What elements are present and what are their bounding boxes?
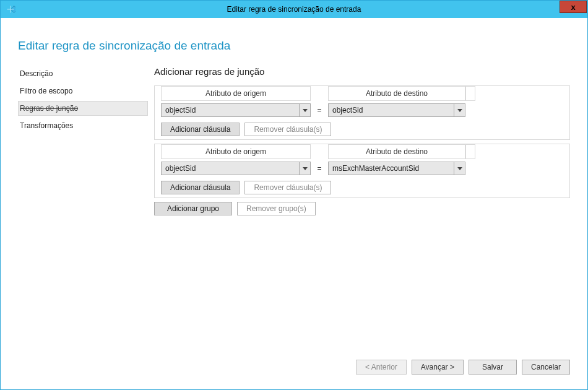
dropdown-value: msExchMasterAccountSid: [329, 164, 454, 173]
page-heading: Editar regra de sincronização de entrada: [18, 39, 587, 53]
window: Editar regra de sincronização de entrada…: [0, 0, 588, 390]
equals-label: =: [311, 106, 328, 115]
wizard-footer: < Anterior Avançar > Salvar Cancelar: [1, 360, 587, 383]
sidebar-item-join-rules[interactable]: Regras de junção: [18, 101, 148, 116]
chevron-down-icon: [454, 104, 465, 116]
remove-clause-button[interactable]: Remover cláusula(s): [244, 181, 331, 194]
button-label: Adicionar cláusula: [170, 183, 230, 192]
sidebar: Descrição Filtro de escopo Regras de jun…: [18, 66, 148, 360]
join-group: Atributo de origem Atributo de destino o…: [154, 144, 570, 198]
body-row: Descrição Filtro de escopo Regras de jun…: [1, 66, 587, 360]
save-button[interactable]: Salvar: [469, 360, 517, 375]
cancel-button[interactable]: Cancelar: [522, 360, 570, 375]
sidebar-item-label: Regras de junção: [20, 104, 78, 113]
source-attribute-dropdown[interactable]: objectSid: [161, 162, 311, 175]
button-label: Remover grupo(s): [246, 204, 306, 213]
column-header-spacer: [311, 86, 328, 101]
button-label: Salvar: [482, 363, 503, 371]
group-buttons: Adicionar grupo Remover grupo(s): [154, 202, 570, 215]
button-label: Adicionar cláusula: [170, 125, 230, 134]
clause-buttons: Adicionar cláusula Remover cláusula(s): [155, 178, 569, 197]
clause-buttons: Adicionar cláusula Remover cláusula(s): [155, 119, 569, 139]
column-header-target: Atributo de destino: [328, 144, 465, 159]
chevron-down-icon: [454, 162, 465, 175]
target-attribute-dropdown[interactable]: msExchMasterAccountSid: [328, 162, 465, 175]
window-title: Editar regra de sincronização de entrada: [1, 5, 587, 14]
columns-header: Atributo de origem Atributo de destino: [155, 86, 569, 101]
dropdown-value: objectSid: [329, 106, 454, 115]
dropdown-value: objectSid: [162, 164, 299, 173]
next-button[interactable]: Avançar >: [412, 360, 464, 375]
dropdown-value: objectSid: [162, 106, 299, 115]
sidebar-item-label: Filtro de escopo: [20, 87, 72, 95]
remove-group-button[interactable]: Remover grupo(s): [237, 202, 316, 215]
source-attribute-dropdown[interactable]: objectSid: [161, 103, 311, 117]
close-button[interactable]: x: [560, 1, 587, 13]
column-header-spacer: [311, 144, 328, 159]
button-label: Remover cláusula(s): [254, 125, 322, 134]
column-header-target: Atributo de destino: [328, 86, 465, 101]
app-icon: [6, 4, 15, 14]
columns-header: Atributo de origem Atributo de destino: [155, 144, 569, 159]
sidebar-item-description[interactable]: Descrição: [18, 66, 148, 81]
chevron-down-icon: [299, 162, 310, 175]
button-label: < Anterior: [365, 363, 397, 371]
join-group: Atributo de origem Atributo de destino o…: [154, 85, 570, 140]
target-attribute-dropdown[interactable]: objectSid: [328, 103, 465, 117]
add-clause-button[interactable]: Adicionar cláusula: [161, 123, 240, 136]
sidebar-item-label: Transformações: [20, 121, 73, 130]
close-icon: x: [571, 3, 575, 11]
section-title: Adicionar regras de junção: [154, 66, 570, 77]
remove-clause-button[interactable]: Remover cláusula(s): [244, 123, 331, 136]
button-label: Cancelar: [531, 363, 561, 371]
titlebar: Editar regra de sincronização de entrada…: [1, 1, 587, 18]
column-header-source: Atributo de origem: [161, 144, 311, 159]
chevron-down-icon: [299, 104, 310, 116]
column-header-source: Atributo de origem: [161, 86, 311, 101]
client-area: Editar regra de sincronização de entrada…: [1, 18, 587, 389]
button-label: Remover cláusula(s): [254, 183, 322, 192]
column-header-end: [465, 144, 475, 159]
main-panel: Adicionar regras de junção Atributo de o…: [148, 66, 570, 360]
column-header-end: [465, 86, 475, 101]
add-group-button[interactable]: Adicionar grupo: [154, 202, 232, 215]
button-label: Avançar >: [421, 363, 454, 371]
sidebar-item-transformations[interactable]: Transformações: [18, 118, 148, 133]
sidebar-item-label: Descrição: [20, 69, 53, 78]
add-clause-button[interactable]: Adicionar cláusula: [161, 181, 240, 194]
clause-row: objectSid = objectSid: [155, 101, 569, 119]
clause-row: objectSid = msExchMasterAccountSid: [155, 159, 569, 178]
back-button[interactable]: < Anterior: [356, 360, 407, 375]
equals-label: =: [311, 164, 328, 173]
sidebar-item-scope-filter[interactable]: Filtro de escopo: [18, 84, 148, 98]
button-label: Adicionar grupo: [167, 204, 219, 213]
